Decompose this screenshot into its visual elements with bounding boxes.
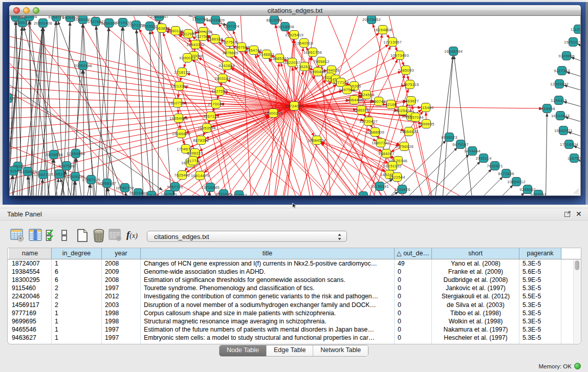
cell-short[interactable]: Yano et al. (2008) xyxy=(432,259,519,268)
cell-name[interactable]: 18724007 xyxy=(12,259,51,268)
cell-out_degree[interactable]: 0 xyxy=(398,292,431,300)
canvas-resize-grip[interactable] xyxy=(572,187,579,194)
cell-short[interactable]: Wolkin et al. (1998) xyxy=(432,317,519,325)
cell-pagerank[interactable]: 5.6E-5 xyxy=(522,268,560,276)
table-row[interactable]: 1830029562008Estimation of significance … xyxy=(8,276,581,284)
import-table-icon[interactable] xyxy=(108,229,122,242)
cell-year[interactable]: 1998 xyxy=(105,317,140,325)
cell-pagerank[interactable]: 5.3E-5 xyxy=(522,334,560,342)
cell-name[interactable]: 9777169 xyxy=(12,309,51,317)
table-row[interactable]: 946554611997Estimation of the future num… xyxy=(8,325,581,334)
column-header-short[interactable]: short xyxy=(432,248,519,259)
cell-short[interactable]: de Silva et al. (2003) xyxy=(432,301,519,309)
table-settings-icon[interactable] xyxy=(10,229,24,242)
cell-pagerank[interactable]: 5.3E-5 xyxy=(522,259,560,268)
tab-network-table[interactable]: Network Table xyxy=(313,345,368,356)
cell-out_degree[interactable]: 0 xyxy=(398,276,431,284)
select-rows-icon[interactable] xyxy=(46,229,56,242)
table-scrollbar-thumb[interactable] xyxy=(575,260,579,270)
cell-year[interactable]: 2009 xyxy=(105,268,140,276)
cell-short[interactable]: Jankovic et al. (1997) xyxy=(432,284,519,292)
cell-in_degree[interactable]: 2 xyxy=(55,284,101,292)
function-builder-icon[interactable]: f(x) xyxy=(126,229,138,240)
table-panel-header[interactable]: Table Panel ✕ xyxy=(0,208,588,221)
cell-year[interactable]: 2008 xyxy=(105,259,140,268)
cell-title[interactable]: Genome-wide association studies in ADHD. xyxy=(144,268,394,276)
table-scrollbar[interactable] xyxy=(573,259,581,343)
cell-title[interactable]: Corpus callosum shape and size in male p… xyxy=(144,309,394,317)
row-boxes-icon[interactable] xyxy=(61,229,68,242)
cell-pagerank[interactable]: 5.3E-5 xyxy=(522,317,560,325)
cell-out_degree[interactable]: 0 xyxy=(398,301,431,309)
cell-title[interactable]: Structural magnetic resonance image aver… xyxy=(144,317,394,325)
delete-table-icon[interactable] xyxy=(93,229,105,243)
cell-title[interactable]: Changes of HCN gene expression and I(f) … xyxy=(144,259,394,268)
cell-in_degree[interactable]: 6 xyxy=(55,276,101,284)
cell-year[interactable]: 1998 xyxy=(105,309,140,317)
cell-out_degree[interactable]: 0 xyxy=(398,309,431,317)
table-row[interactable]: 969969511998Structural magnetic resonanc… xyxy=(8,317,581,325)
float-panel-icon[interactable] xyxy=(564,211,571,217)
cell-year[interactable]: 2003 xyxy=(105,301,140,309)
cell-in_degree[interactable]: 2 xyxy=(55,301,101,309)
table-row[interactable]: 1872400712008Changes of HCN gene express… xyxy=(8,259,581,268)
table-select-dropdown[interactable]: citations_edges.txt xyxy=(147,231,347,242)
cell-year[interactable]: 1997 xyxy=(105,284,140,292)
cell-short[interactable]: Hescheler et al. (1997) xyxy=(432,334,519,342)
cell-name[interactable]: 9699695 xyxy=(12,317,51,325)
cell-title[interactable]: Investigating the contribution of common… xyxy=(144,292,394,300)
cell-year[interactable]: 1997 xyxy=(105,325,140,334)
cell-in_degree[interactable]: 1 xyxy=(55,325,101,334)
cell-out_degree[interactable]: 0 xyxy=(398,325,431,334)
table-row[interactable]: 977716911998Corpus callosum shape and si… xyxy=(8,309,581,317)
cell-year[interactable]: 2012 xyxy=(105,292,140,300)
cell-pagerank[interactable]: 5.5E-5 xyxy=(522,292,560,300)
tab-edge-table[interactable]: Edge Table xyxy=(267,345,313,356)
close-panel-icon[interactable]: ✕ xyxy=(576,210,582,218)
cell-out_degree[interactable]: 0 xyxy=(398,317,431,325)
cell-out_degree[interactable]: 0 xyxy=(398,268,431,276)
cell-name[interactable]: 19384554 xyxy=(12,268,51,276)
cell-short[interactable]: Dudbridge et al. (2008) xyxy=(432,276,519,284)
cell-short[interactable]: Stergiakouli et al. (2012) xyxy=(432,292,519,300)
cell-name[interactable]: 9463627 xyxy=(12,334,51,342)
cell-short[interactable]: Nakamura et al. (1997) xyxy=(432,325,519,334)
desktop-right-scroll-strip[interactable] xyxy=(585,2,588,205)
column-header-name[interactable]: name xyxy=(9,248,52,259)
cell-title[interactable]: Estimation of the future numbers of pati… xyxy=(144,325,394,334)
cell-out_degree[interactable]: 0 xyxy=(398,284,431,292)
cell-pagerank[interactable]: 5.9E-5 xyxy=(522,276,560,284)
table-row[interactable]: 946362711997Embryonic stem cells: a mode… xyxy=(8,334,581,342)
cell-pagerank[interactable]: 5.3E-5 xyxy=(522,301,560,309)
cell-title[interactable]: Embryonic stem cells: a model to study s… xyxy=(144,334,394,342)
cell-title[interactable]: Tourette syndrome. Phenomenology and cla… xyxy=(144,284,394,292)
column-header-in_degree[interactable]: in_degree xyxy=(52,248,102,259)
network-canvas[interactable]: 2039199140557121812256206914069154776190… xyxy=(9,16,581,196)
cell-name[interactable]: 22420046 xyxy=(12,292,51,300)
memory-status-dot[interactable] xyxy=(574,363,581,369)
cell-in_degree[interactable]: 1 xyxy=(55,334,101,342)
table-row[interactable]: 1456911722003Disruption of a novel membe… xyxy=(8,301,581,309)
cell-pagerank[interactable]: 5.3E-5 xyxy=(522,309,560,317)
cell-short[interactable]: Tibbo et al. (1998) xyxy=(432,309,519,317)
cell-in_degree[interactable]: 2 xyxy=(55,292,101,300)
table-row[interactable]: 2242004622012Investigating the contribut… xyxy=(8,292,581,300)
cell-pagerank[interactable]: 5.3E-5 xyxy=(522,284,560,292)
cell-in_degree[interactable]: 6 xyxy=(55,268,101,276)
column-header-out_de[interactable]: △ out_de… xyxy=(395,248,432,259)
cell-pagerank[interactable]: 5.3E-5 xyxy=(522,325,560,334)
column-header-title[interactable]: title xyxy=(141,248,395,259)
cell-name[interactable]: 9115460 xyxy=(12,284,51,292)
cell-year[interactable]: 2008 xyxy=(105,276,140,284)
cell-name[interactable]: 14569117 xyxy=(12,301,51,309)
column-header-year[interactable]: year xyxy=(102,248,141,259)
cell-in_degree[interactable]: 1 xyxy=(55,317,101,325)
table-row[interactable]: 911546021997Tourette syndrome. Phenomeno… xyxy=(8,284,581,292)
table-row[interactable]: 1938455462009Genome-wide association stu… xyxy=(8,268,581,276)
new-table-icon[interactable] xyxy=(77,229,88,243)
select-column-icon[interactable] xyxy=(29,229,42,242)
cell-name[interactable]: 18300295 xyxy=(12,276,51,284)
cell-out_degree[interactable]: 49 xyxy=(398,259,431,268)
window-titlebar[interactable]: citations_edges.txt xyxy=(9,5,581,16)
cell-title[interactable]: Estimation of significance thresholds fo… xyxy=(144,276,394,284)
